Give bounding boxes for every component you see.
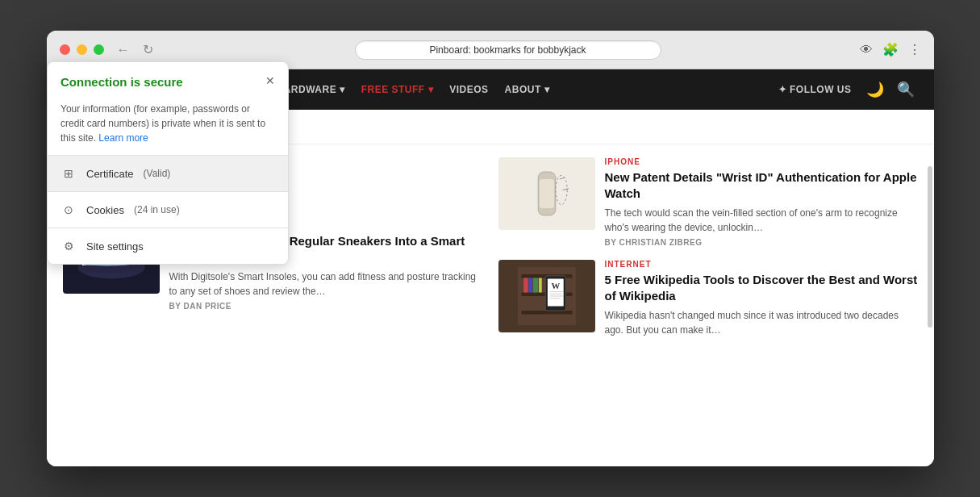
connection-description: Your information (for example, passwords… (48, 102, 288, 145)
connection-secure-label: Connection is secure (60, 75, 183, 89)
svg-text:W: W (551, 281, 560, 290)
connection-secure-title: Connection is secure (60, 75, 183, 95)
puzzle-icon[interactable]: 🧩 (882, 42, 899, 57)
digitsole-author: BY DAN PRICE (169, 302, 482, 311)
watch-excerpt: The tech would scan the vein-filled sect… (605, 206, 918, 235)
svg-line-5 (560, 178, 565, 179)
learn-more-link[interactable]: Learn more (98, 132, 148, 144)
svg-rect-13 (532, 278, 537, 293)
popup-close-button[interactable]: ✕ (265, 75, 275, 86)
wikipedia-content: INTERNET 5 Free Wikipedia Tools to Disco… (605, 260, 918, 337)
address-bar[interactable]: Pinboard: bookmarks for bobbykjack (355, 40, 661, 60)
svg-rect-10 (521, 311, 572, 315)
certificate-label: Certificate (86, 168, 134, 180)
svg-point-4 (555, 176, 566, 205)
scrollbar[interactable] (928, 166, 932, 328)
watch-tag: IPHONE (605, 157, 918, 166)
watch-content: IPHONE New Patent Details "Wrist ID" Aut… (605, 157, 918, 247)
wikipedia-image: W (498, 260, 595, 332)
svg-rect-12 (528, 278, 532, 293)
maximize-button[interactable] (94, 44, 104, 55)
back-button[interactable]: ← (114, 39, 133, 61)
follow-us-button[interactable]: ✦ FOLLOW US (770, 69, 860, 110)
wikipedia-svg: W (508, 267, 586, 325)
site-settings-label: Site settings (86, 240, 144, 253)
nav-buttons: ← ↻ (114, 39, 156, 61)
svg-rect-11 (523, 278, 528, 293)
nav-item-about[interactable]: ABOUT ▾ (497, 69, 558, 110)
wikipedia-title: 5 Free Wikipedia Tools to Discover the B… (605, 272, 918, 303)
article-wikipedia: W INTERNET 5 Free Wikipedia Tools to Dis… (498, 260, 918, 337)
gear-icon: ⚙ (60, 238, 77, 254)
search-nav-icon[interactable]: 🔍 (890, 81, 921, 98)
popup-header: Connection is secure ✕ (48, 62, 288, 102)
eye-icon[interactable]: 👁 (860, 43, 873, 57)
refresh-button[interactable]: ↻ (140, 39, 156, 61)
dark-mode-icon[interactable]: 🌙 (860, 81, 890, 98)
watch-title: New Patent Details "Wrist ID" Authentica… (605, 169, 918, 201)
certificate-menu-item[interactable]: ⊞ Certificate (Valid) (48, 156, 288, 191)
certificate-badge: (Valid) (144, 168, 171, 179)
toolbar-icons: 👁 🧩 ⋮ (860, 42, 921, 57)
close-button[interactable] (60, 44, 70, 55)
traffic-lights (60, 44, 104, 55)
nav-item-videos[interactable]: VIDEOS (441, 69, 496, 110)
certificate-icon: ⊞ (60, 165, 77, 182)
wikipedia-tag: INTERNET (605, 260, 918, 269)
cookies-menu-item[interactable]: ⊙ Cookies (24 in use) (48, 192, 288, 228)
svg-rect-14 (539, 278, 542, 293)
cookies-badge: (24 in use) (134, 204, 180, 215)
svg-line-6 (562, 189, 568, 190)
svg-rect-3 (540, 179, 554, 208)
digitsole-excerpt: With Digitsole's Smart Insoles, you can … (169, 269, 482, 299)
minimize-button[interactable] (77, 44, 87, 55)
watch-svg (508, 165, 586, 223)
cookie-icon: ⊙ (60, 202, 77, 218)
more-icon[interactable]: ⋮ (908, 42, 921, 57)
wikipedia-excerpt: Wikipedia hasn't changed much since it w… (605, 308, 918, 337)
article-apple-watch: IPHONE New Patent Details "Wrist ID" Aut… (498, 157, 918, 247)
address-bar-container: Pinboard: bookmarks for bobbykjack (166, 40, 850, 60)
site-settings-menu-item[interactable]: ⚙ Site settings (48, 228, 288, 264)
cookies-label: Cookies (86, 204, 124, 216)
nav-item-free-stuff[interactable]: FREE STUFF ▾ (353, 69, 442, 110)
watch-author: BY CHRISTIAN ZIBREG (605, 238, 918, 247)
right-column: IPHONE New Patent Details "Wrist ID" Aut… (498, 157, 918, 453)
security-popup: Connection is secure ✕ Your information … (47, 61, 289, 265)
watch-image (498, 157, 595, 230)
